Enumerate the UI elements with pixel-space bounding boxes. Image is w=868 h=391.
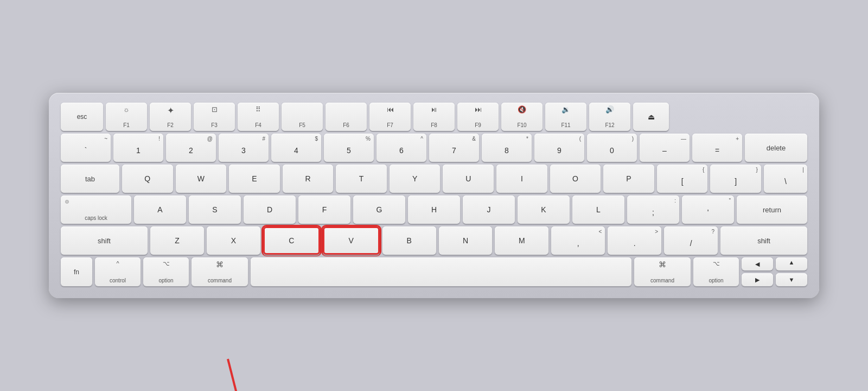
key-v[interactable]: V bbox=[323, 226, 380, 255]
key-h[interactable]: H bbox=[408, 195, 460, 224]
key-arrow-down[interactable]: ▼ bbox=[776, 273, 807, 286]
key-r[interactable]: R bbox=[283, 165, 334, 193]
keyboard: esc ☼ F1 ✦ F2 ⊡ F3 ⠿ F4 F5 F6 bbox=[49, 93, 819, 298]
key-f5[interactable]: F5 bbox=[282, 103, 323, 131]
key-fn[interactable]: fn bbox=[61, 257, 92, 286]
key-p[interactable]: P bbox=[603, 165, 654, 193]
qwerty-row: tab Q W E R T Y U I O P { [ } ] | \ bbox=[61, 165, 807, 193]
key-minus[interactable]: — – bbox=[640, 134, 690, 162]
key-tilde[interactable]: ~ ` bbox=[61, 134, 111, 162]
key-t[interactable]: T bbox=[336, 165, 387, 193]
key-4[interactable]: $ 4 bbox=[271, 134, 321, 162]
key-w[interactable]: W bbox=[176, 165, 227, 193]
key-f11[interactable]: 🔉 F11 bbox=[545, 103, 586, 131]
key-a[interactable]: A bbox=[134, 195, 186, 224]
key-j[interactable]: J bbox=[463, 195, 515, 224]
key-semicolon[interactable]: : ; bbox=[627, 195, 679, 224]
key-equals[interactable]: + = bbox=[692, 134, 742, 162]
key-control[interactable]: ^ control bbox=[95, 257, 141, 286]
key-f6[interactable]: F6 bbox=[326, 103, 367, 131]
key-bracket-left[interactable]: { [ bbox=[657, 165, 708, 193]
key-m[interactable]: M bbox=[495, 226, 548, 255]
key-i[interactable]: I bbox=[496, 165, 547, 193]
key-f12[interactable]: 🔊 F12 bbox=[589, 103, 630, 131]
key-6[interactable]: ^ 6 bbox=[376, 134, 426, 162]
keyboard-wrapper: esc ☼ F1 ✦ F2 ⊡ F3 ⠿ F4 F5 F6 bbox=[49, 93, 819, 298]
key-command-right[interactable]: ⌘ command bbox=[634, 257, 691, 286]
key-esc[interactable]: esc bbox=[61, 103, 103, 131]
key-q[interactable]: Q bbox=[122, 165, 173, 193]
key-capslock[interactable]: caps lock bbox=[61, 195, 131, 224]
home-row: caps lock A S D F G H J K L : ; " ' retu… bbox=[61, 195, 807, 224]
key-z[interactable]: Z bbox=[150, 226, 204, 255]
key-f7[interactable]: ⏮ F7 bbox=[369, 103, 411, 131]
key-k[interactable]: K bbox=[518, 195, 570, 224]
key-bracket-right[interactable]: } ] bbox=[710, 165, 761, 193]
key-n[interactable]: N bbox=[439, 226, 493, 255]
key-quote[interactable]: " ' bbox=[682, 195, 734, 224]
key-command-left[interactable]: ⌘ command bbox=[192, 257, 248, 286]
key-arrow-right[interactable]: ▶ bbox=[742, 273, 773, 286]
key-s[interactable]: S bbox=[189, 195, 241, 224]
key-eject[interactable]: ⏏ bbox=[633, 103, 669, 131]
key-arrow-up[interactable]: ▲ bbox=[776, 257, 807, 270]
key-f8[interactable]: ⏯ F8 bbox=[413, 103, 455, 131]
key-9[interactable]: ( 9 bbox=[534, 134, 584, 162]
key-f9[interactable]: ⏭ F9 bbox=[457, 103, 499, 131]
key-f2[interactable]: ✦ F2 bbox=[150, 103, 191, 131]
key-shift-right[interactable]: shift bbox=[720, 226, 807, 255]
key-backslash[interactable]: | \ bbox=[764, 165, 807, 193]
key-f1[interactable]: ☼ F1 bbox=[106, 103, 147, 131]
key-f10[interactable]: 🔇 F10 bbox=[501, 103, 542, 131]
number-row: ~ ` ! 1 @ 2 # 3 $ 4 % 5 bbox=[61, 134, 807, 162]
key-option-right[interactable]: ⌥ option bbox=[693, 257, 739, 286]
key-b[interactable]: B bbox=[382, 226, 436, 255]
shift-row: shift Z X C V B N M < , > . ? / shift bbox=[61, 226, 807, 255]
key-d[interactable]: D bbox=[244, 195, 296, 224]
key-o[interactable]: O bbox=[550, 165, 601, 193]
key-delete[interactable]: delete bbox=[745, 134, 807, 162]
key-5[interactable]: % 5 bbox=[324, 134, 374, 162]
key-7[interactable]: & 7 bbox=[429, 134, 479, 162]
key-0[interactable]: ) 0 bbox=[587, 134, 637, 162]
key-l[interactable]: L bbox=[572, 195, 624, 224]
key-e[interactable]: E bbox=[229, 165, 280, 193]
key-g[interactable]: G bbox=[353, 195, 405, 224]
key-f4[interactable]: ⠿ F4 bbox=[238, 103, 279, 131]
key-option-left[interactable]: ⌥ option bbox=[143, 257, 189, 286]
key-comma[interactable]: < , bbox=[551, 226, 605, 255]
key-slash[interactable]: ? / bbox=[664, 226, 718, 255]
key-u[interactable]: U bbox=[443, 165, 494, 193]
arrow-top-row: ◀ ▲ bbox=[742, 257, 807, 270]
key-2[interactable]: @ 2 bbox=[166, 134, 216, 162]
arrow-key-group: ◀ ▲ ▶ ▼ bbox=[742, 257, 807, 286]
key-3[interactable]: # 3 bbox=[219, 134, 269, 162]
key-1[interactable]: ! 1 bbox=[113, 134, 163, 162]
key-x[interactable]: X bbox=[207, 226, 260, 255]
key-arrow-left[interactable]: ◀ bbox=[742, 257, 773, 270]
key-8[interactable]: * 8 bbox=[482, 134, 532, 162]
fn-row: esc ☼ F1 ✦ F2 ⊡ F3 ⠿ F4 F5 F6 bbox=[61, 103, 807, 131]
svg-line-1 bbox=[228, 359, 243, 391]
key-c[interactable]: C bbox=[263, 226, 320, 255]
key-f[interactable]: F bbox=[298, 195, 350, 224]
key-space[interactable] bbox=[251, 257, 631, 286]
bottom-row: fn ^ control ⌥ option ⌘ command ⌘ comman… bbox=[61, 257, 807, 286]
key-shift-left[interactable]: shift bbox=[61, 226, 148, 255]
key-tab[interactable]: tab bbox=[61, 165, 119, 193]
key-return[interactable]: return bbox=[737, 195, 807, 224]
key-f3[interactable]: ⊡ F3 bbox=[194, 103, 235, 131]
arrow-bottom-row: ▶ ▼ bbox=[742, 273, 807, 286]
key-y[interactable]: Y bbox=[390, 165, 441, 193]
key-period[interactable]: > . bbox=[608, 226, 661, 255]
